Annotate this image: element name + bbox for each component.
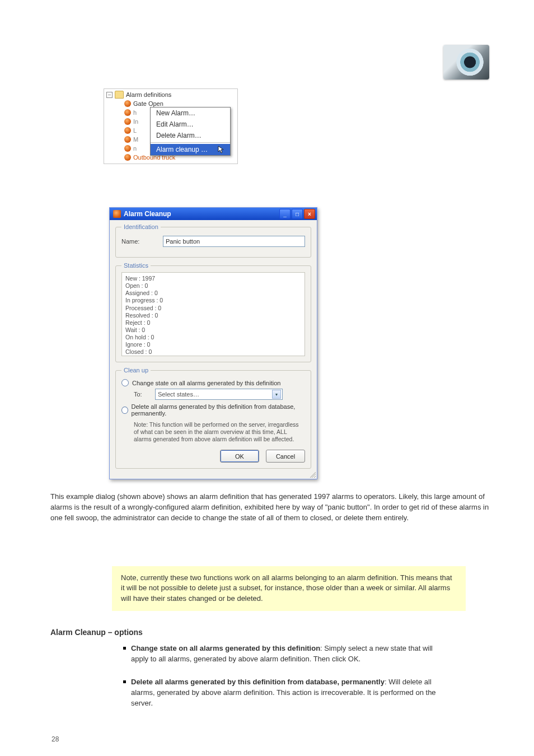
radio-icon [121,379,129,386]
ok-button[interactable]: OK [220,450,259,463]
alarm-icon [124,136,131,143]
tree-screenshot: – Alarm definitions Gate Open h In L M n… [104,88,238,164]
list-item-lead: Delete all alarms generated by this defi… [131,678,385,686]
alarm-icon [124,100,131,107]
dialog-title: Alarm Cleanup [124,210,171,218]
chevron-down-icon: ▾ [272,390,281,399]
cancel-button[interactable]: Cancel [266,450,305,463]
identification-legend: Identification [121,223,161,230]
name-field[interactable]: Panic button [163,236,305,247]
stat-row: Open : 0 [125,282,301,290]
name-label: Name: [121,238,153,245]
statistics-legend: Statistics [121,262,151,269]
stat-row: Reject : 0 [125,319,301,326]
statistics-box: New : 1997 Open : 0 Assigned : 0 In prog… [121,272,305,356]
alarm-icon [124,109,131,116]
stat-row: Wait : 0 [125,326,301,334]
cleanup-legend: Clean up [121,367,151,374]
page-number: 28 [51,735,59,743]
state-select-placeholder: Select states… [158,391,199,398]
radio-delete-all[interactable]: Delete all alarms generated by this defi… [121,403,305,417]
tree-root: – Alarm definitions [106,90,235,99]
ctx-alarm-cleanup-label: Alarm cleanup … [156,146,208,153]
stat-row: Ignore : 0 [125,341,301,348]
resize-grip-icon[interactable] [309,471,316,478]
list-item: Change state on all alarms generated by … [123,643,437,665]
cleanup-note: Note: This function will be performed on… [134,421,302,443]
minimize-button[interactable]: _ [279,209,291,219]
tree-item-label: Gate Open [133,100,163,107]
dialog-title-icon [113,210,121,218]
dialog-titlebar[interactable]: Alarm Cleanup _ □ × [110,208,317,220]
body-text: This example dialog (shown above) shows … [50,492,489,721]
collapse-icon: – [106,92,113,98]
ctx-alarm-cleanup[interactable]: Alarm cleanup … [151,144,230,155]
tree-item-label: In [133,118,138,125]
tree-item-label: h [133,109,137,116]
bullet-list: Change state on all alarms generated by … [123,643,437,708]
tree-item-label: n [133,145,137,152]
cursor-icon [218,146,224,153]
name-field-value: Panic button [166,238,200,245]
ctx-edit-alarm[interactable]: Edit Alarm… [151,119,230,130]
alarm-icon [124,118,131,125]
to-label: To: [134,391,148,398]
statistics-group: Statistics New : 1997 Open : 0 Assigned … [115,262,311,362]
section-heading: Alarm Cleanup – options [50,627,489,638]
folder-icon [115,91,124,99]
context-menu-separator [151,142,230,143]
stat-row: Assigned : 0 [125,290,301,297]
alarm-cleanup-dialog: Alarm Cleanup _ □ × Identification Name:… [109,207,317,479]
radio-change-state-label: Change state on all alarms generated by … [132,380,280,386]
radio-change-state[interactable]: Change state on all alarms generated by … [121,379,305,386]
ctx-delete-alarm[interactable]: Delete Alarm… [151,130,230,141]
context-menu: New Alarm… Edit Alarm… Delete Alarm… Ala… [150,107,231,156]
brand-image [443,45,489,80]
stat-row: New : 1997 [125,275,301,282]
list-item-lead: Change state on all alarms generated by … [131,644,320,652]
tree-item-label: M [133,136,138,143]
paragraph: This example dialog (shown above) shows … [50,492,489,524]
maximize-button[interactable]: □ [292,209,303,219]
alarm-icon [124,145,131,152]
stat-row: On hold : 0 [125,334,301,341]
alarm-icon [124,127,131,134]
cleanup-group: Clean up Change state on all alarms gene… [115,367,311,469]
radio-icon [121,407,128,414]
stat-row: Resolved : 0 [125,312,301,319]
note-box: Note, currently these two functions work… [112,566,466,612]
identification-group: Identification Name: Panic button [115,223,311,258]
list-item: Delete all alarms generated by this defi… [123,677,437,709]
stat-row: Closed : 0 [125,348,301,356]
state-select[interactable]: Select states… ▾ [155,389,283,400]
ctx-new-alarm[interactable]: New Alarm… [151,108,230,119]
stat-row: In progress : 0 [125,297,301,304]
radio-delete-all-label: Delete all alarms generated by this defi… [132,403,305,417]
alarm-icon [124,154,131,161]
stat-row: Processed : 0 [125,305,301,312]
close-button[interactable]: × [304,209,315,219]
tree-item-label: L [133,127,137,134]
tree-root-label: Alarm definitions [126,91,171,98]
stat-row: Auto closed : 0 [125,356,301,356]
